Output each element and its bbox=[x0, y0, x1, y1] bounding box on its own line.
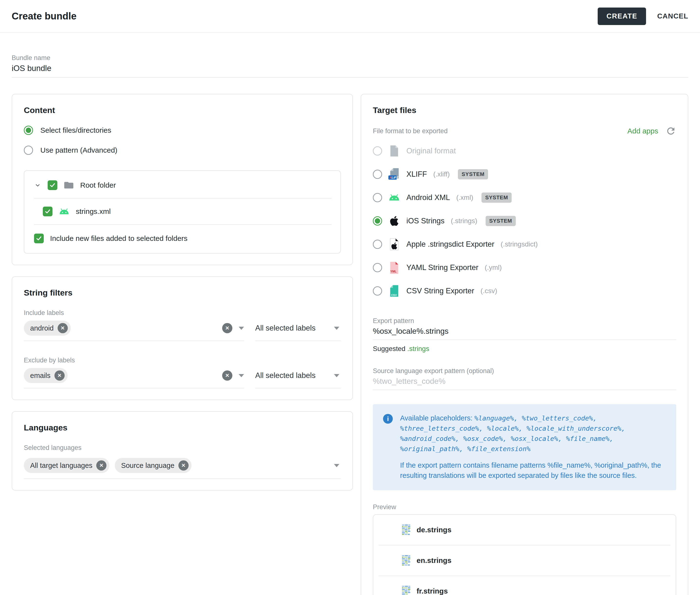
svg-text:YML: YML bbox=[390, 270, 397, 273]
format-radio[interactable] bbox=[373, 286, 382, 295]
columns: Content Select files/directories Use pat… bbox=[12, 94, 688, 595]
format-extension: (.stringsdict) bbox=[501, 240, 538, 248]
refresh-icon[interactable] bbox=[666, 126, 676, 136]
tree-row-file[interactable]: strings.xml bbox=[43, 203, 332, 220]
chevron-down-icon[interactable] bbox=[334, 464, 339, 467]
remove-chip-icon[interactable]: ✕ bbox=[58, 323, 68, 333]
exclude-labels-controls: ✕ bbox=[222, 370, 244, 380]
create-button[interactable]: CREATE bbox=[598, 7, 646, 25]
format-radio[interactable] bbox=[373, 239, 382, 249]
format-name: CSV String Exporter bbox=[407, 287, 474, 295]
format-option-row[interactable]: CSV CSV String Exporter (.csv) bbox=[373, 279, 676, 303]
format-icon: CSV bbox=[388, 284, 400, 298]
placeholder-token: %two_letters_code%, bbox=[522, 415, 597, 422]
export-pattern-field: Export pattern bbox=[373, 317, 676, 340]
format-name: XLIFF bbox=[407, 170, 427, 179]
chip-label: All target languages bbox=[30, 461, 92, 470]
preview-file-row: en.strings bbox=[379, 545, 670, 576]
source-pattern-input[interactable] bbox=[373, 377, 676, 390]
format-name: iOS Strings bbox=[407, 217, 445, 225]
placeholder-token: %locale_with_underscore%, bbox=[527, 425, 625, 432]
strings-file-icon bbox=[401, 524, 411, 536]
clear-icon[interactable]: ✕ bbox=[222, 370, 232, 380]
placeholder-token: %original_path%, bbox=[400, 445, 467, 453]
radio-use-pattern-control[interactable] bbox=[24, 146, 33, 155]
tree-row-root[interactable]: Root folder bbox=[34, 177, 332, 193]
header-actions: CREATE CANCEL bbox=[598, 7, 688, 25]
android-file-icon bbox=[59, 208, 69, 215]
file-tree: Root folder strings.xml Include new file… bbox=[24, 170, 341, 254]
selected-languages-field[interactable]: All target languages ✕ Source language ✕ bbox=[24, 454, 341, 479]
remove-chip-icon[interactable]: ✕ bbox=[96, 460, 107, 471]
format-radio[interactable] bbox=[373, 146, 382, 155]
exclude-labels-line: emails ✕ ✕ All selected labels bbox=[24, 364, 341, 389]
languages-card: Languages Selected languages All target … bbox=[12, 411, 353, 490]
exclude-labels-chips: emails ✕ bbox=[24, 368, 216, 383]
target-files-card: Target files File format to be exported … bbox=[361, 94, 688, 595]
label-chip[interactable]: emails ✕ bbox=[24, 368, 67, 383]
suggested-value[interactable]: .strings bbox=[408, 345, 429, 352]
format-radio[interactable] bbox=[373, 193, 382, 202]
info-icon: i bbox=[383, 414, 393, 424]
include-labels-chips: android ✕ bbox=[24, 320, 216, 336]
chevron-down-icon[interactable] bbox=[239, 327, 244, 330]
placeholder-token: %language%, bbox=[474, 415, 522, 422]
label-chip[interactable]: All target languages ✕ bbox=[24, 458, 109, 473]
placeholder-token: %locale%, bbox=[487, 425, 527, 432]
languages-title: Languages bbox=[24, 423, 341, 432]
include-labels-field[interactable]: android ✕ ✕ bbox=[24, 317, 244, 341]
selected-languages-chips: All target languages ✕ Source language ✕ bbox=[24, 458, 334, 473]
strings-xml-checkbox[interactable] bbox=[43, 206, 53, 216]
format-option-row[interactable]: Android XML (.xml) SYSTEM bbox=[373, 186, 676, 209]
cancel-button[interactable]: CANCEL bbox=[657, 12, 688, 20]
radio-use-pattern[interactable]: Use pattern (Advanced) bbox=[24, 146, 341, 155]
format-option-row[interactable]: iOS Strings (.strings) SYSTEM bbox=[373, 209, 676, 233]
remove-chip-icon[interactable]: ✕ bbox=[54, 370, 65, 380]
placeholder-token: %osx_code%, bbox=[463, 435, 511, 442]
label-chip[interactable]: android ✕ bbox=[24, 320, 71, 336]
format-icon bbox=[388, 215, 400, 227]
bundle-name-label: Bundle name bbox=[12, 54, 688, 62]
format-option-row[interactable]: Apple .stringsdict Exporter (.stringsdic… bbox=[373, 233, 676, 256]
include-labels-mode-value: All selected labels bbox=[255, 324, 315, 333]
include-new-files-row[interactable]: Include new files added to selected fold… bbox=[34, 233, 332, 243]
left-column: Content Select files/directories Use pat… bbox=[12, 94, 353, 490]
chevron-down-icon bbox=[334, 374, 339, 377]
folder-icon bbox=[64, 181, 74, 189]
format-radio[interactable] bbox=[373, 170, 382, 179]
include-labels-line: android ✕ ✕ All selected labels bbox=[24, 317, 341, 341]
format-extension: (.csv) bbox=[480, 287, 497, 295]
remove-chip-icon[interactable]: ✕ bbox=[178, 460, 189, 471]
label-chip[interactable]: Source language ✕ bbox=[115, 458, 191, 473]
root-folder-checkbox[interactable] bbox=[48, 180, 57, 190]
clear-icon[interactable]: ✕ bbox=[222, 323, 232, 333]
content-title: Content bbox=[24, 106, 341, 115]
include-new-files-checkbox[interactable] bbox=[34, 233, 44, 243]
format-radio[interactable] bbox=[373, 216, 382, 226]
include-labels-mode-select[interactable]: All selected labels bbox=[255, 317, 341, 341]
radio-select-files-control[interactable] bbox=[24, 126, 33, 135]
string-filters-title: String filters bbox=[24, 288, 341, 298]
bundle-name-input[interactable] bbox=[12, 64, 688, 78]
preview-file-row: fr.strings bbox=[379, 576, 670, 595]
add-apps-link[interactable]: Add apps bbox=[627, 127, 658, 135]
exclude-labels-field[interactable]: emails ✕ ✕ bbox=[24, 364, 244, 389]
strings-file-icon bbox=[401, 555, 411, 566]
preview-label: Preview bbox=[373, 503, 676, 511]
chevron-down-icon[interactable] bbox=[239, 374, 244, 377]
content-card: Content Select files/directories Use pat… bbox=[12, 94, 353, 265]
source-pattern-label: Source language export pattern (optional… bbox=[373, 367, 676, 375]
svg-text:XLIFF: XLIFF bbox=[389, 176, 399, 179]
chevron-down-icon[interactable] bbox=[34, 181, 41, 189]
export-pattern-input[interactable] bbox=[373, 327, 676, 340]
format-option-row[interactable]: YML YAML String Exporter (.yml) bbox=[373, 256, 676, 279]
include-new-files-label: Include new files added to selected fold… bbox=[50, 234, 187, 243]
source-pattern-field: Source language export pattern (optional… bbox=[373, 367, 676, 390]
format-option-row[interactable]: XLIFF XLIFF (.xliff) SYSTEM bbox=[373, 163, 676, 186]
radio-select-files[interactable]: Select files/directories bbox=[24, 126, 341, 135]
format-option-row[interactable]: Original format bbox=[373, 139, 676, 163]
exclude-labels-mode-select[interactable]: All selected labels bbox=[255, 364, 341, 389]
format-name: YAML String Exporter bbox=[407, 263, 478, 272]
placeholder-token: %android_code%, bbox=[400, 435, 463, 442]
format-radio[interactable] bbox=[373, 263, 382, 272]
